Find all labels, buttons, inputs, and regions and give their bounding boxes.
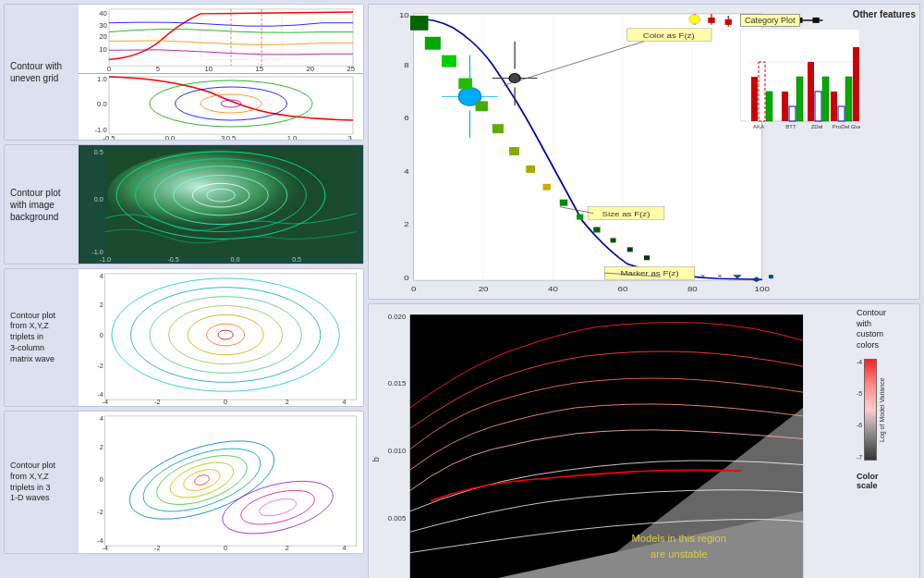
svg-text:-2: -2 bbox=[97, 509, 103, 515]
svg-rect-91 bbox=[766, 92, 772, 121]
svg-text:0: 0 bbox=[100, 332, 103, 338]
svg-rect-95 bbox=[808, 62, 814, 121]
svg-rect-160 bbox=[593, 227, 600, 232]
svg-rect-149 bbox=[410, 16, 428, 31]
svg-text:0.5: 0.5 bbox=[94, 149, 103, 155]
svg-text:15: 15 bbox=[256, 65, 264, 72]
svg-text:0.020: 0.020 bbox=[388, 313, 407, 321]
svg-text:10: 10 bbox=[99, 46, 107, 54]
colorbar-label-top: -4 bbox=[857, 359, 862, 365]
colorbar-label-2: -5 bbox=[857, 390, 862, 397]
category-plot-badge: Category Plot bbox=[740, 14, 800, 27]
svg-rect-100 bbox=[845, 77, 852, 121]
svg-rect-153 bbox=[476, 101, 488, 111]
svg-point-133 bbox=[509, 74, 520, 83]
svg-text:1.0: 1.0 bbox=[97, 75, 107, 83]
contour2-area: 0.5 0.0 -1.0 -1.0 -0.5 0.0 0.5 bbox=[79, 145, 363, 264]
svg-rect-155 bbox=[509, 147, 519, 155]
svg-text:2: 2 bbox=[100, 445, 103, 451]
svg-text:-4: -4 bbox=[97, 391, 103, 398]
svg-rect-158 bbox=[560, 200, 568, 206]
svg-point-148 bbox=[689, 15, 700, 24]
svg-rect-159 bbox=[577, 215, 583, 220]
svg-text:10: 10 bbox=[399, 11, 409, 19]
custom-contour-svg: Models in this region are unstable 0.020… bbox=[369, 304, 855, 578]
contour1-label: Contour withuneven grid bbox=[5, 5, 79, 140]
contour3-card: Contour plotfrom X,Y,Ztriplets in3-colum… bbox=[4, 268, 364, 407]
svg-rect-157 bbox=[543, 184, 552, 191]
svg-text:-1.0: -1.0 bbox=[95, 126, 107, 134]
contour1-bottom-svg: 1.0 0.0 -1.0 -0.5 0.0 0.5 1.0 3 3 bbox=[79, 74, 363, 140]
contour2-label: Contour plotwith imagebackground bbox=[5, 145, 79, 264]
svg-text:-2: -2 bbox=[154, 399, 160, 405]
contour2-svg: 0.5 0.0 -1.0 -1.0 -0.5 0.0 0.5 bbox=[79, 145, 363, 264]
svg-text:20: 20 bbox=[479, 285, 489, 293]
svg-rect-154 bbox=[492, 124, 504, 133]
svg-text:20: 20 bbox=[99, 33, 107, 41]
svg-text:0.5: 0.5 bbox=[292, 256, 301, 263]
svg-text:100: 100 bbox=[755, 285, 770, 293]
contour1-bottom: 1.0 0.0 -1.0 -0.5 0.0 0.5 1.0 3 3 bbox=[79, 74, 363, 140]
svg-text:0.015: 0.015 bbox=[388, 379, 407, 387]
svg-text:2: 2 bbox=[286, 399, 289, 405]
svg-text:10: 10 bbox=[205, 65, 213, 72]
svg-text:6: 6 bbox=[404, 114, 408, 122]
color-scale-label: Colorscale bbox=[857, 472, 918, 490]
svg-text:0: 0 bbox=[224, 545, 227, 551]
svg-text:0.010: 0.010 bbox=[388, 447, 407, 455]
svg-text:-4: -4 bbox=[103, 399, 108, 405]
svg-text:0.0: 0.0 bbox=[230, 256, 239, 263]
svg-text:are unstable: are unstable bbox=[650, 548, 708, 560]
custom-contour-card: Models in this region are unstable 0.020… bbox=[368, 303, 920, 578]
colorbar-labels: -4 -5 -6 -7 bbox=[857, 359, 862, 461]
svg-text:5: 5 bbox=[156, 65, 160, 72]
contour1-top-svg: 40 30 20 10 0 5 10 15 20 25 bbox=[79, 5, 363, 73]
svg-text:0.0: 0.0 bbox=[165, 134, 176, 140]
svg-text:0: 0 bbox=[411, 285, 416, 293]
svg-text:Color as F(z): Color as F(z) bbox=[643, 31, 695, 40]
svg-text:25: 25 bbox=[347, 65, 356, 72]
contour3-label: Contour plotfrom X,Y,Ztriplets in3-colum… bbox=[5, 269, 79, 406]
svg-text:Glue: Glue bbox=[851, 124, 860, 129]
svg-text:4: 4 bbox=[100, 415, 103, 422]
colorbar-label-bottom: -7 bbox=[857, 454, 862, 461]
svg-text:-0.5: -0.5 bbox=[103, 134, 115, 140]
colorbar-label-3: -6 bbox=[857, 422, 862, 428]
colorbar-container: -4 -5 -6 -7 Log of Model Variance bbox=[857, 359, 918, 461]
svg-text:2: 2 bbox=[286, 545, 289, 551]
svg-text:30: 30 bbox=[99, 21, 107, 29]
svg-rect-94 bbox=[796, 77, 803, 121]
svg-text:AKA: AKA bbox=[753, 124, 764, 129]
svg-text:0: 0 bbox=[404, 274, 408, 282]
contour1-top: 40 30 20 10 0 5 10 15 20 25 bbox=[79, 5, 363, 74]
svg-rect-162 bbox=[627, 247, 633, 252]
svg-text:1.0: 1.0 bbox=[287, 134, 298, 140]
svg-rect-97 bbox=[822, 77, 829, 121]
svg-text:ZDel: ZDel bbox=[811, 124, 823, 129]
svg-text:b: b bbox=[371, 457, 381, 461]
right-panel: Other features Category Plot 0 2 4 6 Dru… bbox=[368, 4, 920, 574]
svg-text:4: 4 bbox=[404, 167, 408, 176]
svg-rect-152 bbox=[458, 79, 472, 90]
svg-rect-101 bbox=[853, 47, 859, 121]
svg-text:-1.0: -1.0 bbox=[100, 256, 111, 263]
svg-text:ProDel: ProDel bbox=[833, 124, 849, 129]
svg-text:2: 2 bbox=[404, 220, 408, 228]
left-panel: Contour withuneven grid bbox=[4, 4, 364, 574]
svg-text:0: 0 bbox=[107, 65, 111, 72]
svg-text:BTT: BTT bbox=[785, 124, 796, 129]
main-container: Contour withuneven grid bbox=[0, 0, 924, 578]
svg-text:0.0: 0.0 bbox=[94, 196, 103, 203]
other-features-label: Other features bbox=[853, 8, 916, 20]
svg-rect-163 bbox=[644, 255, 650, 260]
svg-rect-156 bbox=[526, 166, 535, 173]
svg-text:×: × bbox=[717, 272, 723, 280]
custom-contour-side: Contourwithcustomcolors -4 -5 -6 -7 Log … bbox=[855, 304, 919, 578]
scatter-card: Other features Category Plot 0 2 4 6 Dru… bbox=[368, 4, 920, 300]
svg-text:0: 0 bbox=[224, 399, 227, 405]
svg-text:8: 8 bbox=[404, 60, 408, 68]
svg-rect-151 bbox=[442, 55, 456, 68]
svg-text:60: 60 bbox=[617, 285, 627, 293]
contour1-area: 40 30 20 10 0 5 10 15 20 25 bbox=[79, 5, 363, 140]
colorbar-gradient bbox=[864, 359, 877, 461]
